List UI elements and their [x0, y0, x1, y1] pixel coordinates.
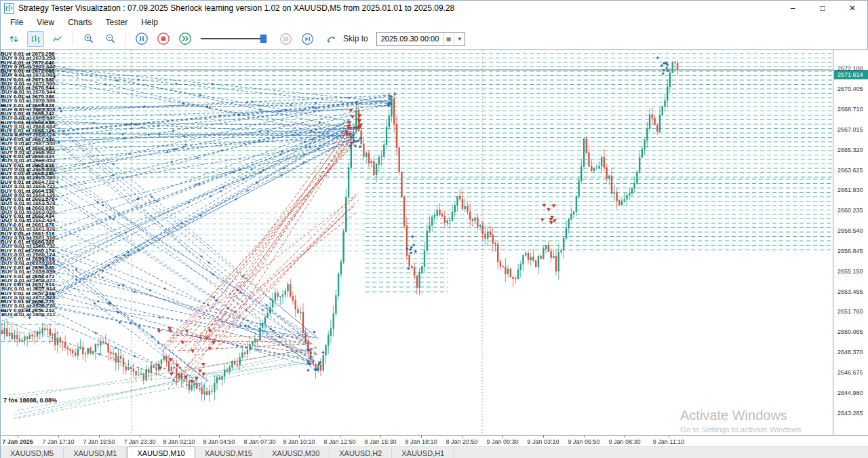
chart-plot[interactable]	[1, 50, 833, 435]
time-tick	[219, 436, 220, 438]
menu-tester[interactable]: Tester	[98, 16, 134, 28]
tab-xauusd-h1[interactable]: XAUUSD,H1	[392, 447, 454, 458]
price-label: 2661.930	[837, 187, 863, 193]
price-label: 2644.980	[837, 389, 863, 396]
time-tick	[140, 436, 140, 438]
price-label: 2648.370	[837, 349, 863, 356]
time-label: 7 Jan 17:10	[42, 438, 74, 445]
minimize-button[interactable]: –	[778, 1, 808, 16]
stop-button[interactable]	[155, 31, 172, 47]
maximize-button[interactable]: □	[808, 1, 837, 16]
tab-bar: XAUUSD,M5XAUUSD,M1XAUUSD,M10XAUUSD,M15XA…	[1, 446, 868, 458]
tab-xauusd-m1[interactable]: XAUUSD,M1	[64, 447, 127, 458]
zoom-in-button[interactable]	[80, 31, 97, 47]
chart-info-label: 7 fos 18888, 0.88%	[3, 397, 57, 404]
tab-xauusd-m10[interactable]: XAUUSD,M10	[127, 446, 195, 458]
menu-help[interactable]: Help	[134, 16, 165, 28]
chart-area[interactable]: BUY 0.01 at 2673.258BUY 0.01 at 2673.258…	[1, 50, 833, 435]
price-label: 2655.150	[837, 268, 863, 275]
price-label: 2670.405	[837, 85, 863, 92]
app-icon	[4, 3, 14, 14]
skip-forward-button[interactable]	[277, 31, 294, 47]
skip-to-date-input[interactable]: 2025.09.30 00:00 ▦ ▼	[376, 32, 466, 46]
pause-icon	[135, 32, 149, 45]
time-label: 7 Jan 2025	[2, 438, 33, 445]
time-label: 7 Jan 23:30	[123, 438, 155, 445]
tab-xauusd-h2[interactable]: XAUUSD,H2	[330, 447, 392, 458]
time-label: 8 Jan 04:50	[203, 438, 235, 445]
price-label: 2667.015	[837, 126, 863, 133]
price-axis[interactable]: 2671.614 2672.1002670.4052668.7102667.01…	[833, 50, 868, 435]
menu-charts[interactable]: Charts	[61, 16, 98, 28]
date-dropdown-icon[interactable]: ▼	[454, 33, 465, 45]
time-tick	[380, 436, 381, 438]
time-tick	[99, 436, 100, 438]
price-label: 2660.235	[837, 207, 863, 214]
skip-to-icon	[326, 34, 337, 43]
time-tick	[179, 436, 180, 438]
trade-levels-button[interactable]	[5, 31, 22, 47]
line-mode-button[interactable]	[49, 31, 66, 47]
skip-to-date-value[interactable]: 2025.09.30 00:00	[377, 35, 443, 43]
skip-to-label: Skip to	[343, 34, 368, 43]
line-chart-icon	[52, 34, 62, 44]
price-label: 2658.540	[837, 227, 863, 234]
zoom-out-button[interactable]	[102, 31, 119, 47]
price-label: 2663.625	[837, 167, 863, 174]
time-label: 9 Jan 05:50	[568, 438, 599, 445]
time-label: 9 Jan 03:10	[527, 438, 559, 445]
time-label: 7 Jan 19:50	[83, 438, 115, 445]
tab-xauusd-m15[interactable]: XAUUSD,M15	[195, 447, 262, 458]
menu-file[interactable]: File	[3, 16, 30, 28]
price-label: 2651.760	[837, 308, 863, 315]
time-tick	[340, 436, 340, 438]
time-tick	[462, 436, 462, 438]
skip-to-end-icon	[301, 33, 314, 45]
time-label: 9 Jan 00:30	[486, 438, 518, 445]
window-title: Strategy Tester Visualization : 07.09.20…	[18, 3, 454, 13]
time-tick	[299, 436, 300, 438]
time-label: 8 Jan 18:10	[405, 438, 437, 445]
time-tick	[260, 436, 260, 438]
price-label: 2672.100	[837, 65, 863, 72]
strategy-tester-window: Strategy Tester Visualization : 07.09.20…	[0, 0, 868, 458]
time-tick	[625, 436, 625, 438]
tab-xauusd-m5[interactable]: XAUUSD,M5	[1, 447, 64, 458]
price-label: 2653.455	[837, 288, 863, 295]
menu-bar: FileViewChartsTesterHelp	[1, 16, 867, 28]
time-tick	[543, 436, 544, 438]
updown-arrows-icon	[9, 34, 19, 44]
stop-icon	[157, 32, 170, 45]
price-label: 2643.285	[837, 410, 863, 417]
time-tick	[421, 436, 422, 438]
ohlc-bars-icon	[31, 34, 41, 44]
time-label: 8 Jan 20:50	[446, 438, 477, 445]
slider-track[interactable]	[201, 38, 266, 39]
pause-button[interactable]	[133, 31, 150, 47]
time-axis[interactable]: 7 Jan 20257 Jan 17:107 Jan 19:507 Jan 23…	[1, 435, 868, 446]
toolbar: Skip to 2025.09.30 00:00 ▦ ▼	[1, 28, 867, 50]
time-tick	[58, 436, 59, 438]
time-tick	[584, 436, 585, 438]
price-label: 2650.065	[837, 328, 863, 335]
time-label: 8 Jan 07:30	[243, 438, 275, 445]
skip-to-end-button[interactable]	[299, 31, 316, 47]
fast-forward-icon	[178, 32, 192, 45]
window-controls: – □ ✕	[778, 1, 867, 16]
menu-view[interactable]: View	[30, 16, 61, 28]
price-label: 2665.320	[837, 147, 863, 153]
title-bar: Strategy Tester Visualization : 07.09.20…	[1, 1, 867, 16]
bars-mode-button[interactable]	[27, 31, 44, 47]
date-picker-icon[interactable]: ▦	[443, 33, 454, 45]
price-label: 2646.675	[837, 369, 863, 376]
tab-xauusd-m30[interactable]: XAUUSD,M30	[262, 447, 330, 458]
fast-forward-button[interactable]	[176, 31, 193, 47]
slider-handle[interactable]	[260, 35, 267, 43]
time-tick	[18, 436, 18, 438]
speed-slider[interactable]	[201, 33, 270, 45]
time-tick	[502, 436, 503, 438]
time-label: 8 Jan 10:10	[283, 438, 315, 445]
skip-forward-icon	[279, 33, 292, 45]
time-label: 8 Jan 12:50	[323, 438, 355, 445]
close-button[interactable]: ✕	[837, 1, 867, 16]
